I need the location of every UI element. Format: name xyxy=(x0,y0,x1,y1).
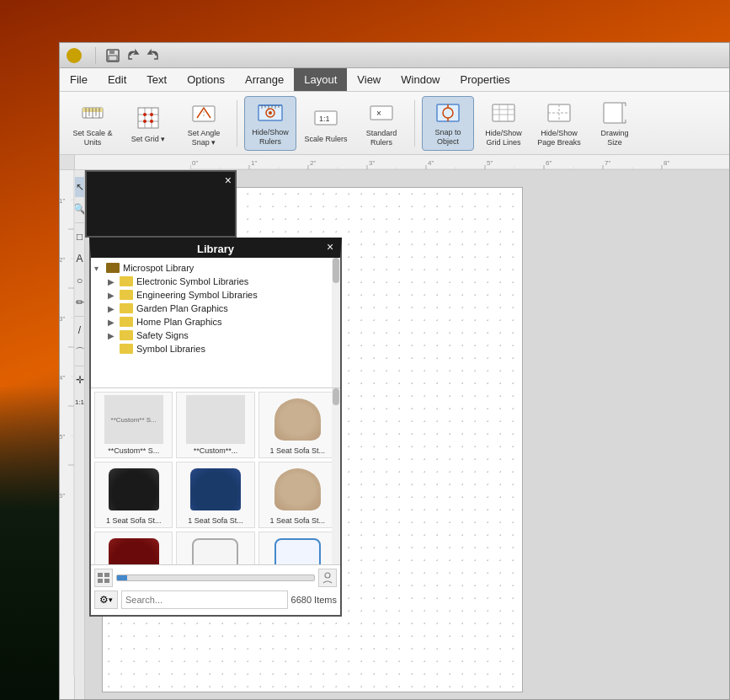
thumb-scrollbar-thumb[interactable] xyxy=(333,388,339,405)
tree-item-garden[interactable]: ▶ Garden Plan Graphics xyxy=(91,302,340,315)
thumb-sofa-outline-b[interactable]: 1' 4, B xyxy=(176,532,254,564)
custom-label-1: **Custom** S... xyxy=(111,416,157,424)
page-break-icon xyxy=(544,99,574,127)
tree-item-electronic[interactable]: ▶ Electronic Symbol Libraries xyxy=(91,275,340,288)
scale-rulers-button[interactable]: 1:1 Scale Rulers xyxy=(300,96,352,151)
menu-edit[interactable]: Edit xyxy=(98,68,136,91)
tree-item-engineering[interactable]: ▶ Engineering Symbol Libraries xyxy=(91,288,340,302)
menu-arrange[interactable]: Arrange xyxy=(235,68,294,91)
menu-view[interactable]: View xyxy=(347,68,391,91)
set-grid-button[interactable]: Set Grid ▾ xyxy=(122,96,174,151)
library-search-input[interactable] xyxy=(121,590,288,609)
progress-row xyxy=(94,569,337,587)
thumb-custom2[interactable]: **Custom**... xyxy=(176,392,254,458)
set-angle-button[interactable]: Set Angle Snap ▾ xyxy=(178,96,230,151)
mini-preview-window[interactable]: × xyxy=(85,170,237,238)
canvas-area[interactable]: × Library × ▾ Microspot Library xyxy=(85,170,729,699)
grid-icon xyxy=(133,103,163,133)
tree-item-homeplan[interactable]: ▶ Home Plan Graphics xyxy=(91,315,340,329)
svg-point-23 xyxy=(269,111,272,115)
svg-text:1": 1" xyxy=(60,197,65,205)
hide-show-rulers-label: Hide/Show Rulers xyxy=(252,128,289,147)
hide-page-breaks-label: Hide/Show Page Breaks xyxy=(537,129,581,147)
scale-rulers-label: Scale Rulers xyxy=(304,135,347,144)
items-count: 6680 Items xyxy=(291,595,337,605)
gear-icon: ⚙ xyxy=(99,594,109,606)
svg-text:7": 7" xyxy=(605,159,610,167)
gear-dropdown-arrow: ▾ xyxy=(109,596,113,604)
svg-point-17 xyxy=(143,120,147,123)
tree-scrollbar-thumb[interactable] xyxy=(333,258,339,283)
menu-properties[interactable]: Properties xyxy=(450,68,520,91)
thumb-custom1[interactable]: **Custom** S... **Custom** S... xyxy=(94,392,173,458)
menu-text[interactable]: Text xyxy=(136,68,177,91)
toolbar-sep-1 xyxy=(237,100,237,147)
tree-label-garden: Garden Plan Graphics xyxy=(136,303,228,313)
progress-fill xyxy=(117,575,127,580)
tree-folder-homeplan xyxy=(120,317,133,327)
svg-rect-2 xyxy=(109,56,117,61)
hide-show-rulers-button[interactable]: Hide/Show Rulers xyxy=(244,96,296,151)
svg-rect-98 xyxy=(98,579,103,583)
thumb-sofa-red[interactable]: 1 Seat Sofa St... xyxy=(94,532,173,564)
tree-item-symbol[interactable]: ▶ Symbol Libraries xyxy=(91,342,340,355)
tree-folder-microspot xyxy=(106,263,120,273)
set-angle-label: Set Angle Snap ▾ xyxy=(188,129,221,147)
svg-text:0": 0" xyxy=(192,159,198,167)
hide-page-breaks-button[interactable]: Hide/Show Page Breaks xyxy=(533,96,585,151)
svg-text:8": 8" xyxy=(663,159,669,167)
menu-bar: File Edit Text Options Arrange Layout Vi… xyxy=(60,68,729,92)
snap-to-object-button[interactable]: Snap to Object xyxy=(422,96,474,151)
vertical-ruler: 1" 2" 3" 4" 5" 6" xyxy=(60,170,75,699)
tree-label-electronic: Electronic Symbol Libraries xyxy=(136,276,248,286)
menu-window[interactable]: Window xyxy=(391,68,450,91)
svg-text:3": 3" xyxy=(60,315,65,323)
redo-button[interactable] xyxy=(143,47,163,64)
thumb-img-sofa-tan2 xyxy=(267,464,328,515)
thumb-sofa-tan-top[interactable]: 1 Seat Sofa St... xyxy=(258,392,337,458)
drawing-size-icon xyxy=(599,99,630,127)
hide-grid-lines-button[interactable]: Hide/Show Grid Lines xyxy=(477,96,530,151)
tree-arrow-garden: ▶ xyxy=(108,304,120,313)
thumb-img-sofa-red xyxy=(104,534,164,564)
tree-arrow-microspot: ▾ xyxy=(94,264,106,273)
tree-scrollbar[interactable] xyxy=(332,258,340,387)
sofa-black-icon xyxy=(109,468,159,510)
standard-rulers-button[interactable]: × Standard Rulers xyxy=(355,96,408,151)
thumb-sofa-blue[interactable]: 1 Seat Sofa St... xyxy=(176,462,254,528)
svg-point-100 xyxy=(325,573,330,578)
svg-rect-48 xyxy=(190,155,729,170)
tree-folder-symbol xyxy=(120,344,133,354)
undo-button[interactable] xyxy=(123,47,143,64)
menu-layout[interactable]: Layout xyxy=(294,68,347,91)
thumb-label-sofa-tan-top: 1 Seat Sofa St... xyxy=(270,446,326,456)
svg-text:4": 4" xyxy=(428,159,434,167)
tree-view[interactable]: ▾ Microspot Library ▶ Electronic Symbol … xyxy=(91,258,340,388)
sofa-outline-b-icon xyxy=(192,538,238,564)
set-scale-button[interactable]: Set Scale & Units xyxy=(67,96,119,151)
thumb-sofa-outline-c[interactable]: 1' 4, C xyxy=(258,532,337,564)
save-button[interactable] xyxy=(103,47,123,64)
thumb-sofa-black[interactable]: 1 Seat Sofa St... xyxy=(94,462,173,528)
drawing-size-button[interactable]: Drawing Size xyxy=(589,96,641,151)
horizontal-ruler: 0" 1" 2" 3" 4" 5" 6" 7" 8" xyxy=(60,155,729,170)
list-view-button[interactable] xyxy=(94,569,113,587)
svg-text:1:1: 1:1 xyxy=(319,115,330,123)
title-bar xyxy=(60,43,729,68)
mini-window-close-button[interactable]: × xyxy=(225,174,232,187)
menu-file[interactable]: File xyxy=(60,68,98,91)
tree-item-microspot[interactable]: ▾ Microspot Library xyxy=(91,261,340,275)
menu-options[interactable]: Options xyxy=(177,68,235,91)
library-close-button[interactable]: × xyxy=(323,240,337,254)
thumb-label-custom1: **Custom** S... xyxy=(108,446,159,456)
gear-button[interactable]: ⚙ ▾ xyxy=(94,590,118,609)
thumb-sofa-tan2[interactable]: 1 Seat Sofa St... xyxy=(258,462,337,528)
thumb-img-custom2 xyxy=(185,394,246,445)
title-bar-separator xyxy=(95,47,96,64)
set-grid-label: Set Grid ▾ xyxy=(131,135,166,144)
tree-item-safety[interactable]: ▶ Safety Signs xyxy=(91,329,340,342)
person-view-button[interactable] xyxy=(318,569,337,587)
thumb-scrollbar[interactable] xyxy=(332,388,340,564)
thumbnails-area[interactable]: **Custom** S... **Custom** S... **Custom… xyxy=(91,388,340,564)
svg-text:6": 6" xyxy=(60,492,65,500)
